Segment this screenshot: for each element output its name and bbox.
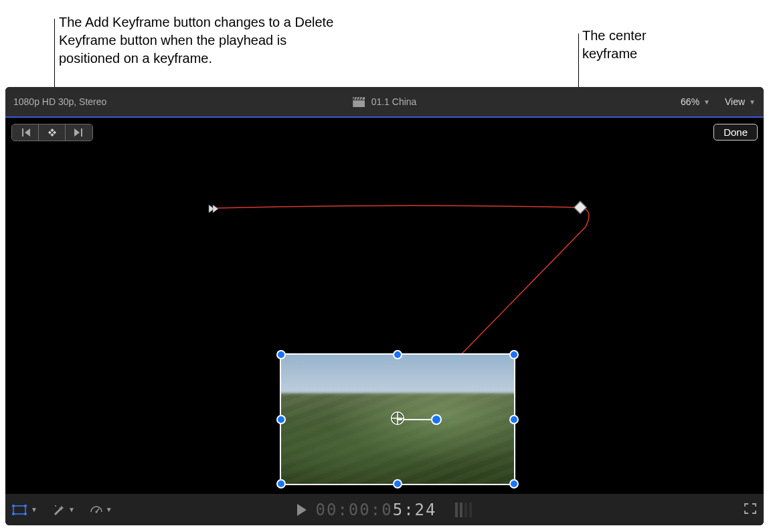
clip-title-text: 01.1 China — [371, 96, 417, 107]
rotation-handle[interactable] — [431, 414, 442, 425]
transform-clip-frame[interactable] — [280, 353, 515, 485]
svg-rect-0 — [353, 100, 365, 107]
svg-rect-12 — [81, 128, 82, 137]
anchor-point-icon[interactable] — [390, 411, 405, 428]
enhance-tool-dropdown[interactable]: ▼ — [52, 504, 75, 516]
annotation-delete-keyframe: The Add Keyframe button changes to a Del… — [59, 13, 347, 68]
view-label: View — [725, 96, 745, 107]
timecode-display: 00:00:05:24 — [297, 501, 473, 519]
timecode-text[interactable]: 00:00:05:24 — [316, 501, 437, 519]
chevron-down-icon: ▼ — [106, 506, 112, 513]
keyframe-start-marker[interactable] — [207, 203, 218, 217]
resize-handle-bl[interactable] — [276, 479, 286, 489]
timecode-dim: 00:00:0 — [316, 501, 393, 519]
format-label: 1080p HD 30p, Stereo — [13, 96, 106, 107]
done-button[interactable]: Done — [713, 124, 758, 141]
audio-skimming-indicator — [455, 503, 472, 517]
chevron-down-icon: ▼ — [749, 98, 756, 106]
svg-marker-14 — [213, 205, 218, 213]
chevron-down-icon: ▼ — [68, 506, 75, 513]
viewer-bottom-bar: ▼ ▼ ▼ 00:00:05:24 — [5, 494, 764, 525]
viewer-top-bar: 1080p HD 30p, Stereo 01.1 China 66% ▼ Vi… — [5, 87, 764, 116]
delete-keyframe-button[interactable] — [39, 124, 66, 141]
zoom-dropdown[interactable]: 66% ▼ — [681, 96, 710, 107]
resize-handle-tl[interactable] — [276, 350, 286, 359]
play-button[interactable] — [297, 504, 307, 516]
viewer-canvas[interactable]: Done — [5, 118, 764, 494]
svg-marker-11 — [74, 128, 80, 137]
transform-tool-dropdown[interactable]: ▼ — [12, 504, 37, 516]
keyframe-nav-group — [11, 124, 93, 141]
svg-point-20 — [12, 505, 15, 507]
clapperboard-icon — [353, 97, 365, 107]
fullscreen-button[interactable] — [744, 503, 757, 517]
chevron-down-icon: ▼ — [31, 506, 37, 513]
resize-handle-br[interactable] — [509, 479, 519, 489]
svg-marker-6 — [25, 128, 30, 137]
svg-point-21 — [24, 505, 27, 507]
svg-point-23 — [24, 513, 27, 515]
svg-point-26 — [95, 511, 97, 513]
next-keyframe-button[interactable] — [66, 124, 92, 141]
svg-rect-19 — [13, 506, 25, 514]
clip-title: 01.1 China — [353, 96, 417, 107]
prev-keyframe-button[interactable] — [12, 124, 39, 141]
chevron-down-icon: ▼ — [703, 98, 710, 106]
resize-handle-tr[interactable] — [509, 350, 519, 359]
zoom-value: 66% — [681, 96, 699, 107]
svg-point-22 — [12, 513, 15, 515]
annotation-center-keyframe: The center keyframe — [582, 27, 689, 63]
retime-tool-dropdown[interactable]: ▼ — [90, 504, 112, 516]
view-dropdown[interactable]: View ▼ — [725, 96, 756, 107]
resize-handle-bm[interactable] — [393, 479, 402, 489]
timecode-bright: 5:24 — [393, 501, 437, 519]
keyframe-center-marker[interactable] — [574, 201, 587, 214]
svg-rect-7 — [22, 128, 23, 137]
resize-handle-ml[interactable] — [276, 415, 286, 424]
viewer-window: 1080p HD 30p, Stereo 01.1 China 66% ▼ Vi… — [5, 87, 764, 525]
resize-handle-mr[interactable] — [509, 415, 519, 424]
svg-point-24 — [55, 505, 56, 507]
resize-handle-tm[interactable] — [393, 350, 402, 359]
